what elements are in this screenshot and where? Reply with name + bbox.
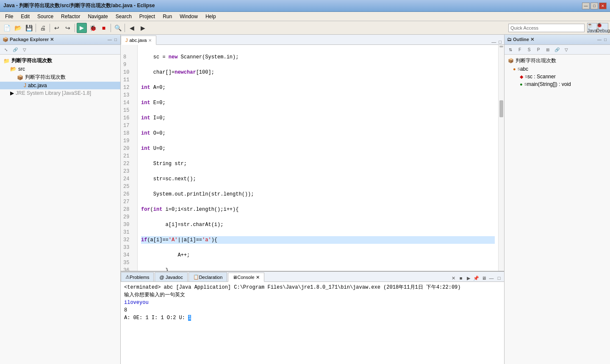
menu-project[interactable]: Project xyxy=(136,13,158,20)
expand-all-btn[interactable]: ⊞ xyxy=(543,46,552,53)
project-node[interactable]: 📁 判断字符出现次数 xyxy=(0,56,120,65)
outline-minimize-btn[interactable]: — xyxy=(596,37,602,42)
outline-package-label: 判断字符出现次数 xyxy=(516,57,556,64)
collapse-all-btn[interactable]: ⤡ xyxy=(2,46,10,53)
project-icon: 📁 xyxy=(3,58,10,64)
jre-icon: ▶ xyxy=(10,90,14,96)
editor-maximize-btn[interactable]: □ xyxy=(498,39,502,44)
terminated-line: <terminated> abc [Java Application] C:\P… xyxy=(124,284,501,291)
tab-close-icon[interactable]: ✕ xyxy=(148,38,152,43)
outline-method-label: main(String[]) : void xyxy=(527,81,571,87)
package-node[interactable]: 📦 判断字符出现次数 xyxy=(0,73,120,82)
new-button[interactable]: 📄 xyxy=(2,23,12,33)
console-output-line-1: 输入你想要输入的一句英文 xyxy=(124,291,501,299)
stop-console-btn[interactable]: ■ xyxy=(458,275,464,281)
code-line: int A=0; xyxy=(141,84,495,91)
quick-access-input[interactable]: Quick Access xyxy=(508,24,585,32)
hide-nonpublic-btn[interactable]: P xyxy=(534,46,543,53)
clear-console-btn[interactable]: ✕ xyxy=(450,275,457,281)
outline-class-node[interactable]: ● S abc xyxy=(505,65,610,73)
outline-field-node[interactable]: ◆ S sc : Scanner xyxy=(505,73,610,80)
editor-minimize-btn[interactable]: — xyxy=(491,39,497,44)
menu-run[interactable]: Run xyxy=(159,13,175,20)
rerun-btn[interactable]: ▶ xyxy=(465,275,472,281)
abc-java-node[interactable]: J abc.java xyxy=(0,82,120,89)
maximize-panel-btn[interactable]: □ xyxy=(114,37,118,42)
minimize-button[interactable]: — xyxy=(582,3,590,9)
open-console-btn[interactable]: 🖥 xyxy=(480,275,487,281)
menu-help[interactable]: Help xyxy=(202,13,219,20)
console-tab[interactable]: 🖥 Console ✕ xyxy=(228,273,264,282)
tab-file-icon: J xyxy=(125,38,128,43)
console-icon: 🖥 xyxy=(233,275,237,280)
minimize-panel-btn[interactable]: — xyxy=(107,37,113,42)
outline-package-node[interactable]: 📦 判断字符出现次数 xyxy=(505,56,610,65)
outline-view-menu-btn[interactable]: ▽ xyxy=(562,46,571,53)
java-perspective-btn[interactable]: ☕ Java xyxy=(587,23,597,33)
jre-library-node[interactable]: ▶ JRE System Library [JavaSE-1.8] xyxy=(0,89,120,97)
code-content[interactable]: sc = new Scanner(System.in); char[]=new … xyxy=(138,45,498,271)
hide-static-btn[interactable]: S xyxy=(525,46,533,53)
outline-panel: 🗂 Outline ✕ — □ ⇅ F S P ⊞ 🔗 ▽ 📦 判断字符出现次数… xyxy=(504,35,610,364)
debug-perspective-btn[interactable]: 🐞 Debug xyxy=(598,23,608,33)
search-button[interactable]: 🔍 xyxy=(113,23,123,33)
hide-fields-btn[interactable]: F xyxy=(516,46,524,53)
print-button[interactable]: 🖨 xyxy=(38,23,48,33)
problems-tab[interactable]: ⚠ Problems xyxy=(121,272,154,281)
center-panel: J abc.java ✕ — □ 8 9 10 11 12 13 14 15 1… xyxy=(121,35,504,364)
window-controls: — □ ✕ xyxy=(582,3,607,9)
package-label: 判断字符出现次数 xyxy=(25,74,66,81)
pin-btn[interactable]: 📌 xyxy=(473,275,480,281)
open-button[interactable]: 📂 xyxy=(13,23,23,33)
menu-edit[interactable]: Edit xyxy=(17,13,33,20)
menu-navigate[interactable]: Navigate xyxy=(84,13,111,20)
menu-file[interactable]: File xyxy=(2,13,17,20)
menu-window[interactable]: Window xyxy=(176,13,201,20)
link-editor-btn[interactable]: 🔗 xyxy=(11,46,19,53)
redo-button[interactable]: ↪ xyxy=(63,23,73,33)
outline-method-node[interactable]: ● S main(String[]) : void xyxy=(505,80,610,88)
declaration-tab[interactable]: 📋 Declaration xyxy=(189,272,227,281)
outline-title: 🗂 Outline ✕ xyxy=(507,37,534,42)
forward-button[interactable]: ▶ xyxy=(138,23,148,33)
menu-source[interactable]: Source xyxy=(34,13,57,20)
maximize-bottom-btn[interactable]: □ xyxy=(496,275,502,281)
java-file-icon: J xyxy=(24,83,26,88)
outline-header: 🗂 Outline ✕ — □ xyxy=(505,35,610,45)
save-button[interactable]: 💾 xyxy=(24,23,34,33)
sort-btn[interactable]: ⇅ xyxy=(506,46,515,53)
minimize-bottom-btn[interactable]: — xyxy=(488,275,495,281)
maximize-button[interactable]: □ xyxy=(591,3,598,9)
bottom-panel: ⚠ Problems @ Javadoc 📋 Declaration 🖥 Con… xyxy=(121,271,504,364)
menu-search[interactable]: Search xyxy=(112,13,135,20)
undo-button[interactable]: ↩ xyxy=(52,23,62,33)
window-title: Java - 判断字符出现次数/src/判断字符出现次数/abc.java - … xyxy=(3,2,155,9)
declaration-label: Declaration xyxy=(199,275,223,280)
package-outline-icon: 📦 xyxy=(508,58,514,63)
code-line: str=sc.next(); xyxy=(141,175,495,183)
close-button[interactable]: ✕ xyxy=(599,3,607,9)
outline-class-label: abc xyxy=(520,66,528,72)
javadoc-tab[interactable]: @ Javadoc xyxy=(155,272,187,281)
field-outline-icon: ◆ xyxy=(520,74,523,80)
code-line: char[]=new char[100]; xyxy=(141,69,495,76)
outline-maximize-btn[interactable]: □ xyxy=(603,37,607,42)
menu-bar: File Edit Source Refactor Navigate Searc… xyxy=(0,12,610,21)
back-button[interactable]: ◀ xyxy=(127,23,137,33)
toolbar-sep-1 xyxy=(36,24,36,32)
debug-button[interactable]: 🐞 xyxy=(88,23,98,33)
editor-tabs: J abc.java ✕ — □ xyxy=(121,35,504,45)
toolbar-sep-4 xyxy=(111,24,111,32)
stop-button[interactable]: ■ xyxy=(99,23,109,33)
method-outline-icon: ● xyxy=(520,82,523,87)
run-button[interactable]: ▶ xyxy=(77,23,87,33)
src-label: src xyxy=(18,66,25,72)
outline-link-btn[interactable]: 🔗 xyxy=(553,46,561,53)
view-menu-btn[interactable]: ▽ xyxy=(20,46,29,53)
editor-scrollbar[interactable] xyxy=(498,45,504,271)
abc-java-tab[interactable]: J abc.java ✕ xyxy=(121,36,156,45)
menu-refactor[interactable]: Refactor xyxy=(58,13,83,20)
abc-java-label: abc.java xyxy=(28,83,47,88)
javadoc-label: @ Javadoc xyxy=(159,275,183,280)
src-node[interactable]: 📂 src xyxy=(0,65,120,73)
